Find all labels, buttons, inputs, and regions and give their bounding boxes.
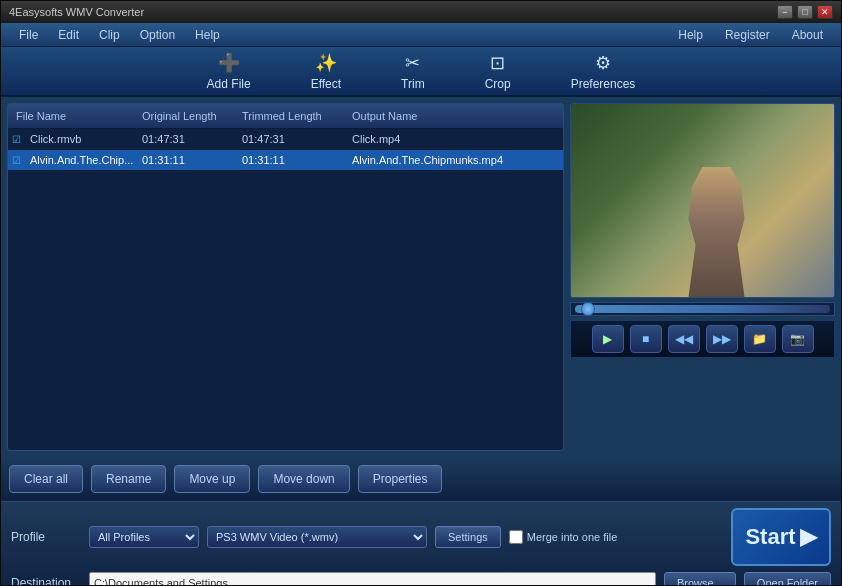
menu-edit[interactable]: Edit xyxy=(48,26,89,44)
seek-bar[interactable] xyxy=(575,305,830,313)
profile-label: Profile xyxy=(11,530,81,544)
menu-right: Help Register About xyxy=(668,26,833,44)
rename-button[interactable]: Rename xyxy=(91,465,166,493)
open-folder-button[interactable]: 📁 xyxy=(744,325,776,353)
action-bar: Clear all Rename Move up Move down Prope… xyxy=(1,457,841,501)
destination-input[interactable] xyxy=(89,572,656,586)
col-header-trimmed: Trimmed Length xyxy=(238,108,348,124)
toolbar: ➕ Add File ✨ Effect ✂ Trim ⊡ Crop ⚙ Pref… xyxy=(1,47,841,97)
toolbar-crop[interactable]: ⊡ Crop xyxy=(470,47,526,96)
row-original: 01:31:11 xyxy=(138,152,238,168)
profile-row: Profile All Profiles PS3 WMV Video (*.wm… xyxy=(11,508,831,566)
menu-help-right[interactable]: Help xyxy=(668,26,713,44)
table-header: File Name Original Length Trimmed Length… xyxy=(8,104,563,129)
trim-icon: ✂ xyxy=(405,52,420,74)
row-checkbox[interactable]: ☑ xyxy=(8,134,28,145)
menu-option[interactable]: Option xyxy=(130,26,185,44)
menu-bar: File Edit Clip Option Help Help Register… xyxy=(1,23,841,47)
menu-clip[interactable]: Clip xyxy=(89,26,130,44)
crop-icon: ⊡ xyxy=(490,52,505,74)
col-header-original: Original Length xyxy=(138,108,238,124)
row-trimmed: 01:31:11 xyxy=(238,152,348,168)
snapshot-button[interactable]: 📷 xyxy=(782,325,814,353)
format-select[interactable]: PS3 WMV Video (*.wmv) xyxy=(207,526,427,548)
table-row[interactable]: ☑ Alvin.And.The.Chip... 01:31:11 01:31:1… xyxy=(8,150,563,171)
minimize-button[interactable]: − xyxy=(777,5,793,19)
start-arrow-icon: ▶ xyxy=(800,524,817,550)
all-profiles-select[interactable]: All Profiles xyxy=(89,526,199,548)
file-panel: File Name Original Length Trimmed Length… xyxy=(7,103,564,451)
toolbar-add-file-label: Add File xyxy=(207,77,251,91)
merge-label: Merge into one file xyxy=(527,531,618,543)
move-up-button[interactable]: Move up xyxy=(174,465,250,493)
menu-help[interactable]: Help xyxy=(185,26,230,44)
settings-button[interactable]: Settings xyxy=(435,526,501,548)
file-list: ☑ Click.rmvb 01:47:31 01:47:31 Click.mp4… xyxy=(8,129,563,450)
browse-button[interactable]: Browse... xyxy=(664,572,736,586)
main-area: File Name Original Length Trimmed Length… xyxy=(1,97,841,457)
row-output: Alvin.And.The.Chipmunks.mp4 xyxy=(348,152,563,168)
toolbar-effect-label: Effect xyxy=(311,77,341,91)
effect-icon: ✨ xyxy=(315,52,337,74)
row-checkbox[interactable]: ☑ xyxy=(8,155,28,166)
clear-all-button[interactable]: Clear all xyxy=(9,465,83,493)
restore-button[interactable]: □ xyxy=(797,5,813,19)
add-file-icon: ➕ xyxy=(218,52,240,74)
close-button[interactable]: ✕ xyxy=(817,5,833,19)
row-output: Click.mp4 xyxy=(348,131,563,147)
toolbar-crop-label: Crop xyxy=(485,77,511,91)
col-header-filename: File Name xyxy=(8,108,138,124)
seek-thumb[interactable] xyxy=(581,302,595,316)
start-label: Start xyxy=(745,524,795,550)
row-filename: Click.rmvb xyxy=(28,131,138,147)
forward-button[interactable]: ▶▶ xyxy=(706,325,738,353)
merge-checkbox[interactable] xyxy=(509,530,523,544)
col-header-output: Output Name xyxy=(348,108,563,124)
destination-label: Destination xyxy=(11,576,81,586)
video-preview xyxy=(570,103,835,298)
menu-file[interactable]: File xyxy=(9,26,48,44)
row-trimmed: 01:47:31 xyxy=(238,131,348,147)
app-title: 4Easysofts WMV Converter xyxy=(9,6,144,18)
row-original: 01:47:31 xyxy=(138,131,238,147)
title-bar: 4Easysofts WMV Converter − □ ✕ xyxy=(1,1,841,23)
toolbar-preferences[interactable]: ⚙ Preferences xyxy=(556,47,651,96)
row-filename: Alvin.And.The.Chip... xyxy=(28,152,138,168)
toolbar-preferences-label: Preferences xyxy=(571,77,636,91)
menu-about[interactable]: About xyxy=(782,26,833,44)
destination-row: Destination Browse... Open Folder xyxy=(11,572,831,586)
seek-bar-area xyxy=(570,302,835,316)
settings-bar: Profile All Profiles PS3 WMV Video (*.wm… xyxy=(1,501,841,586)
toolbar-trim-label: Trim xyxy=(401,77,425,91)
play-button[interactable]: ▶ xyxy=(592,325,624,353)
toolbar-add-file[interactable]: ➕ Add File xyxy=(192,47,266,96)
toolbar-trim[interactable]: ✂ Trim xyxy=(386,47,440,96)
preferences-icon: ⚙ xyxy=(595,52,611,74)
properties-button[interactable]: Properties xyxy=(358,465,443,493)
table-row[interactable]: ☑ Click.rmvb 01:47:31 01:47:31 Click.mp4 xyxy=(8,129,563,150)
title-bar-buttons: − □ ✕ xyxy=(777,5,833,19)
rewind-button[interactable]: ◀◀ xyxy=(668,325,700,353)
move-down-button[interactable]: Move down xyxy=(258,465,349,493)
merge-area: Merge into one file xyxy=(509,530,618,544)
app-window: 4Easysofts WMV Converter − □ ✕ File Edit… xyxy=(0,0,842,586)
player-controls: ▶ ■ ◀◀ ▶▶ 📁 📷 xyxy=(570,320,835,358)
stop-button[interactable]: ■ xyxy=(630,325,662,353)
video-frame xyxy=(571,104,834,297)
toolbar-effect[interactable]: ✨ Effect xyxy=(296,47,356,96)
start-button[interactable]: Start ▶ xyxy=(731,508,831,566)
open-folder-btn[interactable]: Open Folder xyxy=(744,572,831,586)
menu-register[interactable]: Register xyxy=(715,26,780,44)
preview-panel: ▶ ■ ◀◀ ▶▶ 📁 📷 xyxy=(570,103,835,451)
